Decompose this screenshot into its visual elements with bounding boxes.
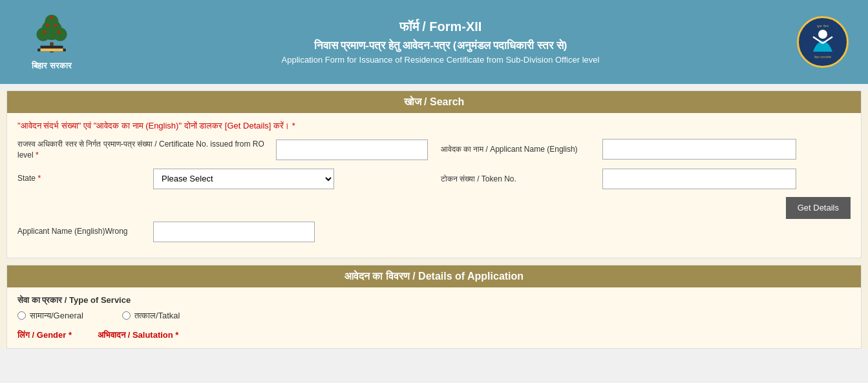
applicant-name-group: आवेदक का नाम / Applicant Name (English) [441, 139, 851, 160]
gender-required-marker: * [69, 330, 72, 340]
token-no-label: टोकन संख्या / Token No. [441, 174, 596, 183]
salutation-required-marker: * [175, 330, 178, 340]
instruction-text: "आवेदन संदर्भ संख्या" एवं "आवेदक का नाम … [17, 121, 851, 131]
details-section-title: आवेदन का विवरण / Details of Application [344, 271, 524, 282]
certificate-no-label-text: राजस्व अधिकारी स्तर से निर्गत प्रमाण-पत्… [17, 140, 264, 160]
details-section: आवेदन का विवरण / Details of Application … [6, 265, 862, 349]
state-required-marker: * [37, 174, 41, 183]
state-label-text: State [17, 174, 36, 183]
radio-general-label: सामान्य/General [30, 311, 83, 321]
state-group: State * Please Select [17, 169, 428, 189]
certificate-no-input[interactable] [276, 140, 428, 160]
gender-label: लिंग / Gender * [17, 330, 72, 340]
radio-tatkal-label: तत्काल/Tatkal [134, 311, 180, 321]
state-name-label: बिहार सरकार [32, 61, 72, 71]
search-section-title: खोज / Search [404, 96, 465, 107]
form-subtitle-english: Application Form for Issuance of Residen… [90, 55, 790, 65]
form-row-3: Get Details [17, 197, 851, 219]
radio-tatkal-input[interactable] [122, 311, 131, 320]
state-select[interactable]: Please Select [153, 169, 334, 189]
instruction-content: "आवेदन संदर्भ संख्या" एवं "आवेदक का नाम … [17, 121, 290, 130]
details-section-header: आवेदन का विवरण / Details of Application [7, 265, 861, 287]
applicant-name-wrong-label: Applicant Name (English)Wrong [17, 226, 147, 237]
applicant-name-input[interactable] [602, 139, 796, 160]
svg-point-10 [43, 31, 45, 34]
left-logo: बिहार सरकार [13, 13, 90, 71]
svg-point-5 [36, 28, 50, 41]
applicant-name-label: आवेदक का नाम / Applicant Name (English) [441, 145, 596, 154]
form-row-1: राजस्व अधिकारी स्तर से निर्गत प्रमाण-पत्… [17, 139, 851, 161]
form-subtitle-hindi: निवास प्रमाण-पत्र हेतु आवेदन-पत्र (अनुमं… [90, 39, 790, 52]
token-no-input[interactable] [602, 169, 796, 189]
applicant-name-wrong-group: Applicant Name (English)Wrong [17, 222, 851, 242]
applicant-name-wrong-input[interactable] [153, 222, 315, 242]
certificate-no-group: राजस्व अधिकारी स्तर से निर्गत प्रमाण-पत्… [17, 139, 428, 161]
salutation-group: अभिवादन / Salutation * [98, 329, 178, 340]
svg-point-12 [50, 16, 53, 19]
form-title: फॉर्म / Form-XII [90, 19, 790, 34]
search-section: खोज / Search "आवेदन संदर्भ संख्या" एवं "… [6, 90, 862, 258]
svg-point-13 [818, 30, 827, 39]
radio-general-input[interactable] [17, 311, 26, 320]
radio-general[interactable]: सामान्य/General [17, 311, 83, 321]
search-section-body: "आवेदन संदर्भ संख्या" एवं "आवेदक का नाम … [7, 113, 861, 258]
service-type-label: सेवा का प्रकार / Type of Service [17, 295, 851, 305]
salutation-label-text: अभिवादन / Salutation [98, 330, 173, 340]
state-logo-circle: बिहार प्रशासनिक सुधार मिशन [797, 16, 849, 68]
radio-tatkal[interactable]: तत्काल/Tatkal [122, 311, 180, 321]
gender-group: लिंग / Gender * [17, 329, 72, 340]
service-type-radio-row: सामान्य/General तत्काल/Tatkal [17, 311, 851, 321]
svg-point-8 [47, 24, 49, 26]
form-row-4: Applicant Name (English)Wrong [17, 222, 851, 242]
get-details-container: Get Details [786, 197, 851, 219]
instruction-required-marker: * [292, 121, 295, 130]
details-section-body: सेवा का प्रकार / Type of Service सामान्य… [7, 287, 861, 348]
main-content: खोज / Search "आवेदन संदर्भ संख्या" एवं "… [0, 90, 868, 349]
certificate-no-label: राजस्व अधिकारी स्तर से निर्गत प्रमाण-पत्… [17, 139, 270, 161]
bihar-emblem-icon [29, 13, 74, 58]
svg-rect-3 [41, 48, 63, 51]
svg-text:बिहार प्रशासनिक: बिहार प्रशासनिक [814, 56, 832, 59]
token-no-group: टोकन संख्या / Token No. [441, 169, 851, 189]
certificate-no-required: * [36, 150, 39, 160]
page-header: बिहार सरकार फॉर्म / Form-XII निवास प्रमा… [0, 0, 868, 84]
gender-salutation-row: लिंग / Gender * अभिवादन / Salutation * [17, 329, 851, 340]
salutation-label: अभिवादन / Salutation * [98, 330, 178, 340]
svg-point-6 [54, 28, 67, 41]
get-details-button[interactable]: Get Details [786, 197, 851, 219]
state-seal-icon: बिहार प्रशासनिक सुधार मिशन [803, 23, 842, 61]
header-center: फॉर्म / Form-XII निवास प्रमाण-पत्र हेतु … [90, 19, 790, 65]
svg-point-9 [54, 24, 57, 26]
search-section-header: खोज / Search [7, 91, 861, 113]
gender-label-text: लिंग / Gender [17, 330, 66, 340]
svg-point-11 [58, 31, 60, 34]
form-row-2: State * Please Select टोकन संख्या / Toke… [17, 169, 851, 189]
svg-text:सुधार मिशन: सुधार मिशन [816, 25, 829, 28]
right-logo: बिहार प्रशासनिक सुधार मिशन [790, 16, 855, 68]
state-label: State * [17, 173, 147, 184]
